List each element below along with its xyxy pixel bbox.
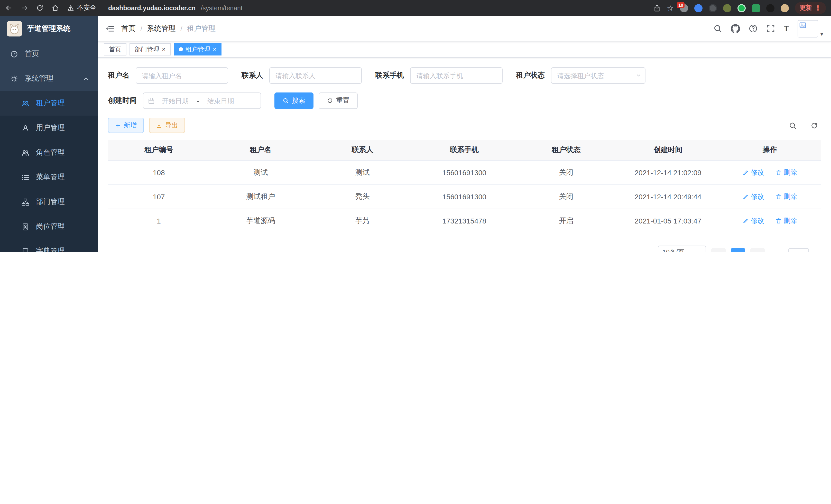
page-content: 租户名 联系人 联系手机 租户状态 bbox=[98, 58, 831, 252]
table-row: 108 测试 测试 15601691300 关闭 2021-12-14 21:0… bbox=[108, 160, 821, 184]
cell-actions: 修改 删除 bbox=[719, 184, 821, 209]
download-icon bbox=[156, 122, 162, 128]
prev-page-button[interactable] bbox=[711, 248, 726, 252]
sidebar-item-dict[interactable]: 字典管理 bbox=[0, 239, 98, 252]
share-icon[interactable] bbox=[653, 4, 661, 12]
sidebar-item-post[interactable]: 岗位管理 bbox=[0, 214, 98, 239]
page-size-select[interactable] bbox=[658, 245, 706, 252]
next-page-button[interactable] bbox=[750, 248, 765, 252]
sidebar-item-label: 角色管理 bbox=[36, 148, 65, 157]
extension-icon[interactable] bbox=[738, 4, 746, 12]
edit-link[interactable]: 修改 bbox=[743, 216, 764, 225]
back-icon[interactable] bbox=[5, 4, 13, 12]
reload-icon[interactable] bbox=[36, 4, 44, 12]
avatar[interactable] bbox=[798, 20, 818, 37]
extension-icon[interactable] bbox=[752, 4, 760, 12]
sidebar-collapse-icon[interactable] bbox=[105, 24, 114, 33]
page-1-button[interactable]: 1 bbox=[731, 248, 745, 252]
phone-label: 联系手机 bbox=[375, 71, 404, 80]
forward-icon[interactable] bbox=[21, 4, 28, 12]
status-select[interactable] bbox=[551, 67, 646, 84]
close-icon[interactable]: × bbox=[162, 46, 166, 52]
extension-icon[interactable] bbox=[723, 4, 731, 12]
cell-actions: 修改 删除 bbox=[719, 160, 821, 184]
address-bar[interactable]: 不安全 dashboard.yudao.iocoder.cn/system/te… bbox=[64, 4, 648, 12]
breadcrumb: 首页 / 系统管理 / 租户管理 bbox=[121, 24, 216, 33]
bookmark-star-icon[interactable]: ☆ bbox=[667, 3, 674, 12]
extension-icon[interactable] bbox=[694, 4, 703, 12]
delete-label: 删除 bbox=[784, 192, 797, 201]
cell-tenant-name: 测试租户 bbox=[210, 184, 311, 209]
close-icon[interactable]: × bbox=[213, 46, 217, 52]
github-icon[interactable] bbox=[731, 24, 740, 33]
cell-created: 2021-12-14 21:02:09 bbox=[617, 160, 719, 184]
tab-home[interactable]: 首页 bbox=[104, 43, 126, 56]
search-button[interactable]: 搜索 bbox=[275, 92, 314, 109]
home-icon[interactable] bbox=[51, 4, 59, 12]
sidebar-item-role[interactable]: 角色管理 bbox=[0, 140, 98, 165]
reset-button[interactable]: 重置 bbox=[319, 92, 358, 109]
sidebar-item-tenant[interactable]: 租户管理 bbox=[0, 91, 98, 116]
table-header-row: 租户编号 租户名 联系人 联系手机 租户状态 创建时间 操作 bbox=[108, 140, 821, 160]
sidebar-item-system[interactable]: 系统管理 bbox=[0, 66, 98, 91]
list-icon bbox=[22, 173, 29, 181]
delete-link[interactable]: 删除 bbox=[775, 168, 797, 177]
caret-down-icon[interactable]: ▾ bbox=[820, 30, 823, 37]
chevron-down-icon bbox=[636, 72, 641, 78]
browser-menu-icon[interactable]: ⋮ bbox=[814, 4, 821, 12]
extension-icon[interactable] bbox=[709, 4, 717, 12]
refresh-table-icon[interactable] bbox=[807, 119, 821, 132]
start-date-input[interactable] bbox=[156, 97, 195, 105]
breadcrumb-home[interactable]: 首页 bbox=[121, 24, 136, 33]
cell-contact: 芋艿 bbox=[312, 209, 413, 233]
fullscreen-icon[interactable] bbox=[766, 24, 775, 33]
security-chip[interactable]: 不安全 bbox=[67, 4, 103, 12]
column-header: 联系人 bbox=[312, 140, 413, 160]
user-menu[interactable]: ▾ bbox=[798, 20, 823, 37]
sidebar-item-label: 岗位管理 bbox=[36, 222, 65, 231]
org-tree-icon bbox=[22, 198, 29, 206]
edit-link[interactable]: 修改 bbox=[743, 192, 764, 201]
sidebar-item-menu[interactable]: 菜单管理 bbox=[0, 165, 98, 189]
browser-update-button[interactable]: 更新 ⋮ bbox=[795, 2, 826, 14]
chevron-up-icon bbox=[82, 75, 90, 83]
cell-status: 开启 bbox=[515, 209, 617, 233]
active-dot bbox=[179, 47, 183, 51]
id-badge-icon bbox=[22, 223, 29, 230]
tenant-name-input[interactable] bbox=[136, 67, 228, 84]
security-label: 不安全 bbox=[77, 4, 96, 12]
breadcrumb-system[interactable]: 系统管理 bbox=[147, 24, 176, 33]
edit-link[interactable]: 修改 bbox=[743, 168, 764, 177]
column-header: 租户状态 bbox=[515, 140, 617, 160]
toggle-search-icon[interactable] bbox=[786, 119, 799, 132]
delete-link[interactable]: 删除 bbox=[775, 192, 797, 201]
phone-input[interactable] bbox=[410, 67, 503, 84]
extension-icon[interactable]: 10 bbox=[680, 4, 688, 12]
sidebar-item-dept[interactable]: 部门管理 bbox=[0, 189, 98, 214]
goto-page-input[interactable] bbox=[789, 248, 809, 252]
tab-tenant[interactable]: 租户管理 × bbox=[174, 43, 222, 56]
tab-dept[interactable]: 部门管理 × bbox=[130, 43, 171, 56]
reset-button-label: 重置 bbox=[336, 96, 349, 105]
sidebar-item-home[interactable]: 首页 bbox=[0, 41, 98, 66]
calendar-icon bbox=[148, 97, 155, 104]
end-date-input[interactable] bbox=[201, 97, 240, 105]
users-icon bbox=[22, 99, 29, 107]
range-separator: - bbox=[196, 97, 200, 105]
extension-icon[interactable] bbox=[766, 4, 774, 12]
help-icon[interactable] bbox=[749, 24, 757, 33]
search-icon[interactable] bbox=[713, 24, 722, 33]
export-button[interactable]: 导出 bbox=[149, 118, 185, 133]
contact-input[interactable] bbox=[269, 67, 362, 84]
add-button[interactable]: 新增 bbox=[108, 118, 144, 133]
status-label: 租户状态 bbox=[516, 71, 545, 80]
font-size-icon[interactable]: T bbox=[784, 24, 789, 33]
screen: 不安全 dashboard.yudao.iocoder.cn/system/te… bbox=[0, 0, 831, 252]
sidebar-item-user[interactable]: 用户管理 bbox=[0, 116, 98, 140]
delete-link[interactable]: 删除 bbox=[775, 216, 797, 225]
extension-icon[interactable] bbox=[781, 4, 789, 12]
date-range-picker[interactable]: - bbox=[143, 92, 261, 109]
add-button-label: 新增 bbox=[124, 121, 137, 130]
sidebar: 芋道管理系统 首页 系统管理 租户管理 bbox=[0, 16, 98, 252]
sidebar-item-label: 首页 bbox=[25, 49, 39, 59]
